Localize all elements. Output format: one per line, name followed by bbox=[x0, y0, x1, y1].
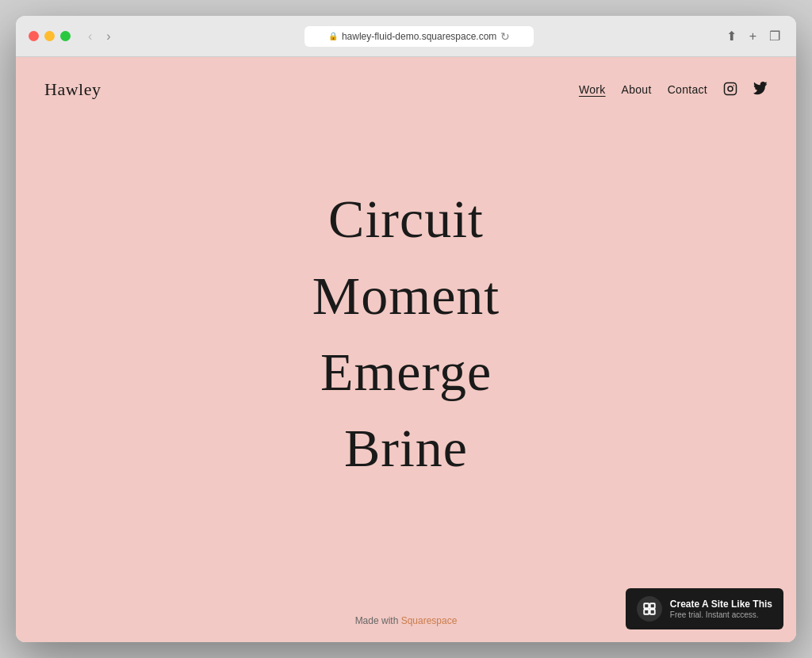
site-nav: Work About Contact bbox=[579, 82, 768, 98]
url-text: hawley-fluid-demo.squarespace.com bbox=[342, 31, 496, 42]
svg-rect-3 bbox=[644, 603, 649, 608]
svg-rect-6 bbox=[650, 610, 655, 614]
svg-rect-4 bbox=[650, 603, 655, 608]
svg-point-2 bbox=[733, 85, 734, 86]
browser-actions: ⬆ + ❐ bbox=[723, 27, 783, 45]
minimize-button[interactable] bbox=[44, 31, 55, 41]
project-brine[interactable]: Brine bbox=[344, 413, 468, 483]
instagram-icon[interactable] bbox=[723, 82, 737, 98]
nav-work[interactable]: Work bbox=[579, 83, 606, 96]
site-main: Circuit Moment Emerge Brine bbox=[16, 116, 796, 599]
maximize-button[interactable] bbox=[60, 31, 71, 41]
twitter-icon[interactable] bbox=[753, 82, 768, 98]
nav-contact[interactable]: Contact bbox=[668, 83, 707, 96]
svg-point-1 bbox=[728, 86, 733, 91]
nav-about[interactable]: About bbox=[622, 83, 652, 96]
cta-text-container: Create A Site Like This Free trial. Inst… bbox=[670, 599, 772, 620]
browser-window: ‹ › 🔒 hawley-fluid-demo.squarespace.com … bbox=[16, 16, 796, 642]
browser-controls: ‹ › bbox=[83, 29, 116, 44]
project-moment[interactable]: Moment bbox=[312, 261, 500, 331]
cta-banner[interactable]: Create A Site Like This Free trial. Inst… bbox=[626, 588, 783, 629]
duplicate-button[interactable]: ❐ bbox=[766, 27, 783, 45]
project-emerge[interactable]: Emerge bbox=[320, 337, 492, 407]
footer-text: Made with bbox=[355, 615, 401, 626]
site-header: Hawley Work About Contact bbox=[16, 57, 796, 116]
lock-icon: 🔒 bbox=[328, 32, 338, 40]
traffic-lights bbox=[29, 31, 71, 41]
squarespace-link[interactable]: Squarespace bbox=[401, 615, 458, 626]
svg-rect-5 bbox=[644, 610, 649, 614]
svg-rect-0 bbox=[725, 82, 737, 94]
cta-main-text: Create A Site Like This bbox=[670, 599, 772, 611]
address-bar[interactable]: 🔒 hawley-fluid-demo.squarespace.com ↻ bbox=[125, 26, 714, 47]
website-content: Hawley Work About Contact bbox=[16, 57, 796, 642]
forward-button[interactable]: › bbox=[102, 29, 115, 44]
back-button[interactable]: ‹ bbox=[83, 29, 97, 44]
site-logo[interactable]: Hawley bbox=[44, 79, 101, 100]
reload-button[interactable]: ↻ bbox=[500, 30, 510, 43]
cta-sub-text: Free trial. Instant access. bbox=[670, 610, 772, 619]
share-button[interactable]: ⬆ bbox=[723, 27, 740, 45]
project-list: Circuit Moment Emerge Brine bbox=[312, 184, 500, 484]
project-circuit[interactable]: Circuit bbox=[328, 184, 484, 254]
squarespace-cta-icon bbox=[637, 596, 662, 622]
browser-chrome: ‹ › 🔒 hawley-fluid-demo.squarespace.com … bbox=[16, 16, 796, 57]
new-tab-button[interactable]: + bbox=[746, 28, 760, 45]
close-button[interactable] bbox=[29, 31, 39, 41]
